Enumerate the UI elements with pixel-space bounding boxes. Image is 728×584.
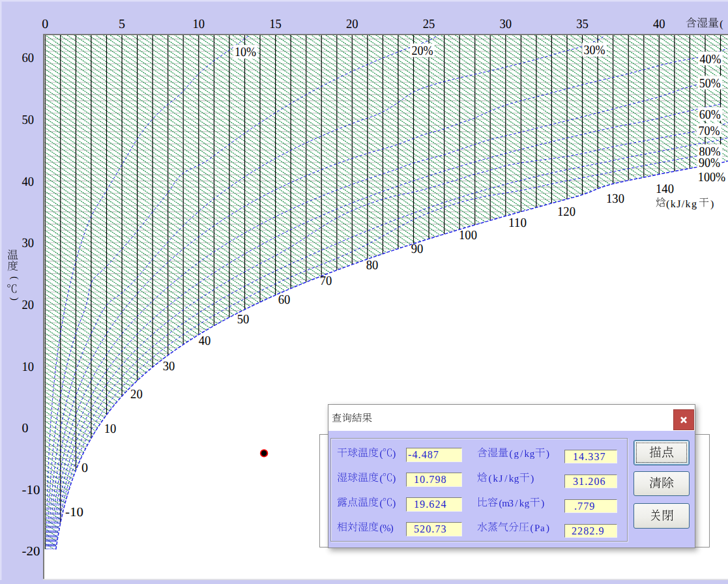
svg-text:): ) [710, 199, 714, 210]
svg-text:70: 70 [320, 274, 332, 288]
svg-text:g: g [530, 449, 535, 460]
svg-text:50: 50 [237, 312, 250, 327]
svg-text:50%: 50% [699, 76, 721, 91]
svg-text:60%: 60% [699, 108, 721, 122]
svg-text:80: 80 [366, 258, 379, 272]
svg-text:20: 20 [22, 298, 35, 312]
svg-text:(: ( [9, 276, 20, 280]
svg-text:): ) [546, 449, 549, 460]
svg-text:20: 20 [346, 17, 358, 31]
svg-text:k: k [525, 449, 530, 460]
svg-text:-20: -20 [22, 544, 40, 559]
svg-text:/: / [520, 449, 523, 460]
svg-text:(kJ/kg: (kJ/kg [666, 199, 697, 210]
svg-text:0: 0 [22, 421, 29, 435]
svg-text:50: 50 [22, 113, 35, 127]
svg-text:-10: -10 [65, 505, 83, 519]
svg-text:): ) [541, 499, 544, 509]
svg-text:110: 110 [508, 216, 527, 230]
svg-text:10%: 10% [235, 45, 256, 59]
svg-text:40%: 40% [699, 52, 721, 66]
svg-text:3: 3 [509, 499, 514, 509]
svg-text:15: 15 [269, 17, 282, 31]
svg-text:30: 30 [22, 236, 35, 250]
svg-text:k: k [519, 499, 525, 509]
svg-text:(: ( [380, 474, 383, 484]
svg-text:70%: 70% [698, 124, 720, 138]
svg-text:%: % [383, 523, 391, 534]
svg-text:): ) [9, 297, 20, 300]
svg-text:30%: 30% [583, 43, 605, 57]
svg-text:25: 25 [423, 17, 435, 31]
svg-text:k: k [493, 474, 498, 484]
svg-text:g: g [514, 449, 519, 460]
svg-text:10: 10 [193, 17, 205, 31]
svg-text:/: / [504, 474, 508, 484]
svg-text:5: 5 [119, 17, 125, 31]
svg-text:20%: 20% [411, 44, 433, 58]
svg-text:): ) [390, 523, 394, 534]
svg-text:100: 100 [459, 228, 477, 242]
svg-text:10: 10 [22, 360, 35, 374]
svg-text:90: 90 [411, 242, 424, 256]
svg-text:(: ( [380, 449, 383, 460]
svg-text:J: J [499, 474, 502, 484]
svg-text:30: 30 [500, 17, 512, 31]
svg-text:60: 60 [22, 51, 35, 65]
svg-text:g: g [525, 499, 530, 509]
svg-text:100%: 100% [698, 170, 725, 184]
svg-text:0: 0 [42, 17, 48, 31]
svg-text:40: 40 [199, 334, 211, 348]
svg-text:): ) [546, 523, 549, 534]
svg-text:): ) [392, 474, 396, 484]
svg-text:40: 40 [22, 175, 35, 189]
svg-text:30: 30 [163, 359, 175, 373]
svg-text:k: k [509, 474, 514, 484]
svg-text:35: 35 [576, 17, 589, 31]
svg-text:-10: -10 [22, 483, 40, 497]
svg-text:(: ( [380, 499, 383, 509]
svg-text:P: P [534, 523, 540, 534]
svg-text:130: 130 [606, 192, 624, 206]
svg-text:): ) [531, 474, 534, 484]
svg-text:60: 60 [278, 293, 291, 307]
svg-text:20: 20 [130, 387, 143, 402]
svg-text:/: / [515, 499, 518, 509]
svg-text:(: ( [720, 19, 723, 30]
svg-text:(: ( [531, 523, 534, 534]
svg-text:(: ( [489, 474, 492, 484]
svg-text:g: g [514, 474, 519, 484]
svg-text:90%: 90% [699, 156, 720, 170]
svg-text:120: 120 [557, 205, 575, 219]
svg-text:40: 40 [653, 17, 665, 31]
svg-text:a: a [540, 523, 545, 534]
svg-text:): ) [392, 449, 396, 460]
svg-text:140: 140 [656, 182, 674, 196]
svg-text:(: ( [510, 449, 513, 460]
svg-text:0: 0 [81, 461, 88, 475]
svg-text:): ) [392, 499, 396, 509]
svg-text:10: 10 [104, 422, 117, 436]
